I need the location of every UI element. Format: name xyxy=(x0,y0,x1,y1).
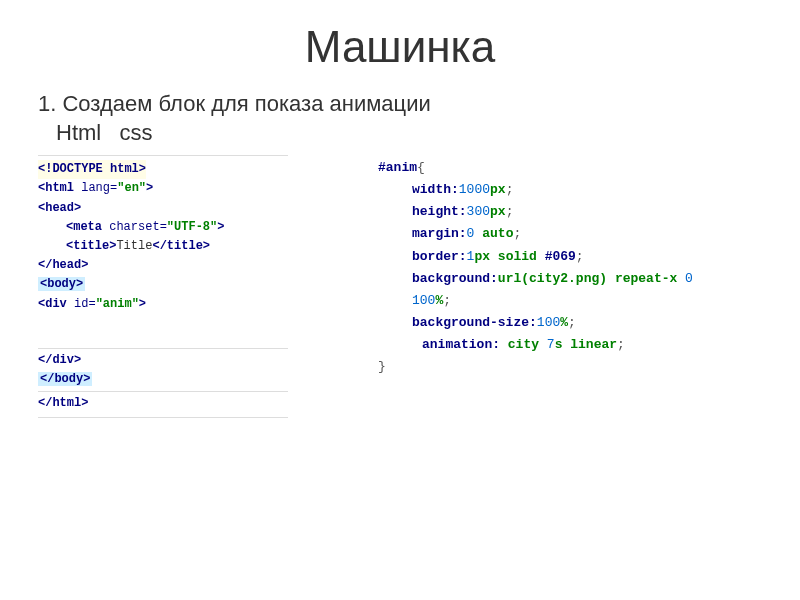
page-title: Машинка xyxy=(0,0,800,72)
code-token: <!DOCTYPE xyxy=(38,162,110,176)
code-token: 7 xyxy=(547,337,555,352)
code-token: #anim xyxy=(378,160,417,175)
code-token: 0 xyxy=(685,271,693,286)
code-token: Title xyxy=(116,239,152,253)
code-token: > xyxy=(139,162,146,176)
code-token: 1000 xyxy=(459,182,490,197)
code-token: </div> xyxy=(38,353,81,367)
code-token: solid xyxy=(490,249,545,264)
code-token: { xyxy=(417,160,425,175)
code-token: <head> xyxy=(38,201,81,215)
code-token: % xyxy=(560,315,568,330)
code-token: ; xyxy=(443,293,451,308)
code-token: "anim" xyxy=(96,297,139,311)
code-token: ; xyxy=(617,337,625,352)
slide: Машинка 1. Создаем блок для показа анима… xyxy=(0,0,800,600)
divider xyxy=(38,348,288,349)
code-area: <!DOCTYPE html> <html lang="en"> <head> … xyxy=(0,147,800,418)
code-token: ; xyxy=(506,204,514,219)
code-token: margin: xyxy=(412,226,467,241)
code-token: linear xyxy=(562,337,617,352)
code-token: > xyxy=(217,220,224,234)
code-token: background-size: xyxy=(412,315,537,330)
code-token: city2.png xyxy=(529,271,599,286)
code-token: 100 xyxy=(412,293,435,308)
body-line-2: Html css xyxy=(38,119,800,148)
code-token: width: xyxy=(412,182,459,197)
body-text: 1. Создаем блок для показа анимации Html… xyxy=(0,72,800,147)
code-token: > xyxy=(146,181,153,195)
code-token: ; xyxy=(568,315,576,330)
code-token: lang= xyxy=(81,181,117,195)
code-token: <title> xyxy=(66,239,116,253)
code-token: px xyxy=(474,249,490,264)
code-token: html xyxy=(110,162,139,176)
code-token: </body> xyxy=(38,372,92,386)
code-token: background: xyxy=(412,271,498,286)
code-token: "en" xyxy=(117,181,146,195)
code-token: border: xyxy=(412,249,467,264)
code-token: </html> xyxy=(38,396,88,410)
code-token: ; xyxy=(506,182,514,197)
body-line-1: 1. Создаем блок для показа анимации xyxy=(38,90,800,119)
code-token: city xyxy=(500,337,547,352)
code-token: 300 xyxy=(467,204,490,219)
code-token: </head> xyxy=(38,258,88,272)
code-token: <html xyxy=(38,181,81,195)
code-token: charset= xyxy=(109,220,167,234)
code-token: 100 xyxy=(537,315,560,330)
code-token: px xyxy=(490,182,506,197)
code-token: ) xyxy=(599,271,607,286)
code-token: } xyxy=(378,359,386,374)
code-token: #069 xyxy=(545,249,576,264)
code-token: "UTF-8" xyxy=(167,220,217,234)
code-token: animation: xyxy=(422,337,500,352)
code-token: auto xyxy=(474,226,513,241)
css-code-block: #anim{ width:1000px; height:300px; margi… xyxy=(378,155,738,418)
code-token: px xyxy=(490,204,506,219)
code-token: id= xyxy=(74,297,96,311)
code-token: <meta xyxy=(66,220,109,234)
code-token: > xyxy=(139,297,146,311)
code-token: <div xyxy=(38,297,74,311)
divider xyxy=(38,391,288,392)
code-token: height: xyxy=(412,204,467,219)
code-token: ; xyxy=(576,249,584,264)
code-token: url( xyxy=(498,271,529,286)
code-token: ; xyxy=(513,226,521,241)
code-token: <body> xyxy=(38,277,85,291)
html-code-block: <!DOCTYPE html> <html lang="en"> <head> … xyxy=(38,155,288,418)
code-token: </title> xyxy=(152,239,210,253)
code-token: repeat-x xyxy=(607,271,685,286)
